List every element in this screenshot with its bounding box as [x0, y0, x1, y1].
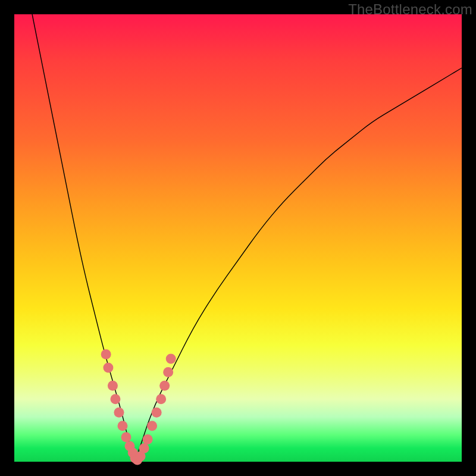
marker-dot [163, 367, 173, 377]
marker-dot [114, 408, 124, 418]
marker-dot [139, 443, 149, 453]
marker-dot [101, 349, 111, 359]
marker-group [101, 349, 176, 465]
chart-frame: TheBottleneck.com [0, 0, 476, 476]
marker-dot [159, 381, 170, 391]
watermark-text: TheBottleneck.com [348, 1, 472, 18]
plot-area [14, 14, 462, 462]
right-branch-curve [135, 68, 462, 462]
marker-dot [147, 421, 157, 431]
marker-dot [156, 394, 166, 404]
marker-dot [110, 394, 120, 404]
marker-dot [103, 363, 113, 373]
marker-dot [117, 421, 127, 431]
marker-dot [108, 381, 118, 391]
marker-dot [166, 354, 176, 364]
marker-dot [143, 434, 153, 444]
marker-dot [152, 408, 162, 418]
marker-dot [121, 432, 131, 442]
curve-layer [14, 14, 462, 462]
left-branch-curve [32, 14, 135, 462]
